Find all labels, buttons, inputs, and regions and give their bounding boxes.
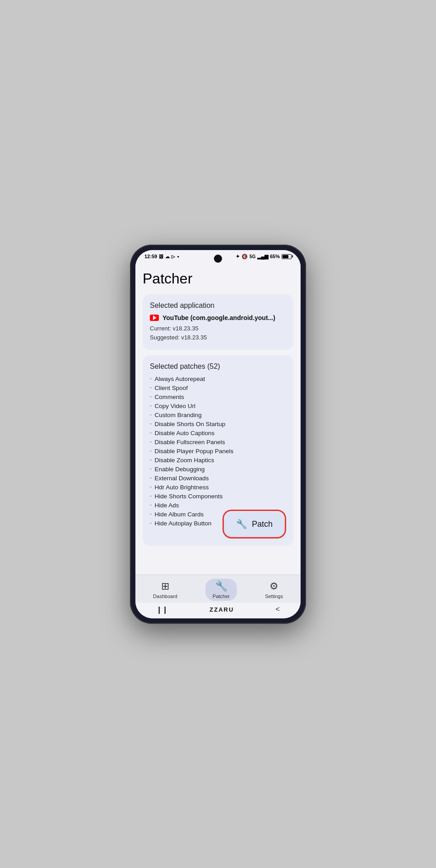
patch-name: External Downloads bbox=[154, 475, 209, 482]
bullet: · bbox=[150, 384, 152, 391]
patch-button-outline: 🔧 Patch bbox=[223, 510, 286, 538]
back-button[interactable]: < bbox=[276, 605, 280, 613]
bullet: · bbox=[150, 393, 152, 400]
dashboard-label: Dashboard bbox=[153, 594, 177, 599]
patch-name: Hide Album Cards bbox=[154, 511, 204, 518]
patch-name: Client Spoof bbox=[154, 385, 188, 391]
patch-button[interactable]: 🔧 Patch bbox=[225, 512, 283, 536]
patch-name: Always Autorepeat bbox=[154, 376, 205, 382]
list-item: ·Enable Debugging bbox=[150, 464, 286, 473]
list-item: ·Disable Shorts On Startup bbox=[150, 419, 286, 428]
status-icon-play: ▷ bbox=[172, 254, 175, 259]
signal-icon: ▂▄▆ bbox=[257, 254, 268, 260]
list-item: ·External Downloads bbox=[150, 473, 286, 483]
list-item: ·Comments bbox=[150, 392, 286, 401]
list-item: ·Disable Fullscreen Panels bbox=[150, 437, 286, 446]
main-content: Patcher Selected application YouTube (co… bbox=[135, 261, 301, 575]
patch-name: Disable Zoom Haptics bbox=[154, 457, 214, 464]
patch-name: Hdr Auto Brightness bbox=[154, 484, 209, 491]
youtube-icon bbox=[150, 315, 159, 321]
list-item: ·Client Spoof bbox=[150, 383, 286, 392]
patch-button-label: Patch bbox=[252, 520, 273, 529]
bullet: · bbox=[150, 483, 152, 491]
bluetooth-icon: ✦ bbox=[236, 254, 240, 260]
bullet: · bbox=[150, 411, 152, 418]
app-row: YouTube (com.google.android.yout...) bbox=[150, 314, 286, 321]
bullet: · bbox=[150, 375, 152, 382]
camera-notch bbox=[214, 255, 222, 263]
patch-name: Disable Player Popup Panels bbox=[154, 448, 233, 455]
battery-percent: 65% bbox=[270, 254, 280, 259]
wrench-icon: 🔧 bbox=[236, 519, 247, 529]
system-nav: ❙❙ ZZARU < bbox=[135, 603, 301, 618]
selected-patches-card: Selected patches (52) ·Always Autorepeat… bbox=[143, 355, 293, 546]
list-item: ·Always Autorepeat bbox=[150, 374, 286, 383]
status-left: 12:59 🖼 ☁ ▷ ● bbox=[144, 254, 179, 259]
bullet: · bbox=[150, 501, 152, 509]
bullet: · bbox=[150, 447, 152, 455]
patch-name: Hide Shorts Components bbox=[154, 493, 223, 500]
patch-name: Custom Branding bbox=[154, 412, 201, 418]
bullet: · bbox=[150, 402, 152, 409]
status-icon-cloud: ☁ bbox=[165, 254, 170, 259]
list-item: ·Copy Video Url bbox=[150, 401, 286, 410]
patcher-label: Patcher bbox=[213, 594, 230, 599]
nav-item-patcher[interactable]: 🔧 Patcher bbox=[205, 579, 237, 601]
patch-name: Copy Video Url bbox=[154, 403, 195, 409]
network-icon: 5G bbox=[250, 254, 255, 259]
app-name: YouTube (com.google.android.yout...) bbox=[162, 314, 275, 321]
mute-icon: 🔇 bbox=[241, 254, 248, 260]
list-item: ·Hide Ads bbox=[150, 501, 286, 510]
phone-screen: 12:59 🖼 ☁ ▷ ● ✦ 🔇 5G ▂▄▆ 65% Patcher bbox=[135, 250, 301, 618]
page-title: Patcher bbox=[143, 270, 293, 287]
patch-name: Disable Shorts On Startup bbox=[154, 421, 225, 427]
patch-name: Disable Fullscreen Panels bbox=[154, 439, 225, 446]
list-item: ·Disable Zoom Haptics bbox=[150, 455, 286, 464]
bullet: · bbox=[150, 492, 152, 500]
selected-app-title: Selected application bbox=[150, 302, 286, 310]
battery-icon bbox=[282, 254, 292, 259]
patch-button-wrapper: 🔧 Patch bbox=[223, 510, 286, 538]
patcher-nav-icon: 🔧 bbox=[215, 580, 227, 592]
app-suggested-version: Suggested: v18.23.35 bbox=[150, 333, 286, 343]
bullet: · bbox=[150, 465, 152, 473]
status-bar: 12:59 🖼 ☁ ▷ ● ✦ 🔇 5G ▂▄▆ 65% bbox=[135, 250, 301, 261]
nav-item-settings[interactable]: ⚙ Settings bbox=[258, 579, 290, 601]
settings-label: Settings bbox=[265, 594, 283, 599]
dashboard-icon: ⊞ bbox=[161, 580, 169, 592]
youtube-play-triangle bbox=[153, 316, 157, 320]
patch-name: Disable Auto Captions bbox=[154, 430, 214, 436]
patch-name: Comments bbox=[154, 394, 184, 400]
patch-list: ·Always Autorepeat·Client Spoof·Comments… bbox=[150, 374, 286, 528]
bullet: · bbox=[150, 438, 152, 446]
patch-btn-area: 🔧 Patch bbox=[150, 529, 286, 538]
settings-icon: ⚙ bbox=[269, 580, 278, 592]
phone-shell: 12:59 🖼 ☁ ▷ ● ✦ 🔇 5G ▂▄▆ 65% Patcher bbox=[130, 245, 306, 624]
bottom-nav: ⊞ Dashboard 🔧 Patcher ⚙ Settings bbox=[135, 575, 301, 603]
patch-name: Hide Autoplay Button bbox=[154, 520, 211, 527]
patches-count: Selected patches (52) bbox=[150, 362, 286, 371]
patch-name: Enable Debugging bbox=[154, 466, 204, 473]
bullet: · bbox=[150, 429, 152, 436]
bullet: · bbox=[150, 474, 152, 482]
status-icon-gallery: 🖼 bbox=[159, 254, 163, 259]
status-dot: ● bbox=[177, 255, 179, 259]
list-item: ·Disable Player Popup Panels bbox=[150, 446, 286, 455]
selected-app-card: Selected application YouTube (com.google… bbox=[143, 294, 293, 350]
bullet: · bbox=[150, 420, 152, 427]
bullet: · bbox=[150, 520, 152, 527]
nav-item-dashboard[interactable]: ⊞ Dashboard bbox=[146, 579, 185, 601]
recent-apps-button[interactable]: ❙❙ bbox=[156, 605, 168, 614]
patch-name: Hide Ads bbox=[154, 502, 179, 509]
list-item: ·Disable Auto Captions bbox=[150, 428, 286, 437]
app-current-version: Current: v18.23.35 bbox=[150, 324, 286, 334]
list-item: ·Custom Branding bbox=[150, 410, 286, 419]
status-time: 12:59 bbox=[144, 254, 157, 259]
bullet: · bbox=[150, 456, 152, 464]
status-right: ✦ 🔇 5G ▂▄▆ 65% bbox=[236, 254, 292, 260]
list-item: ·Hide Shorts Components bbox=[150, 492, 286, 501]
bullet: · bbox=[150, 511, 152, 518]
list-item: ·Hdr Auto Brightness bbox=[150, 483, 286, 492]
brand-label: ZZARU bbox=[209, 606, 234, 613]
